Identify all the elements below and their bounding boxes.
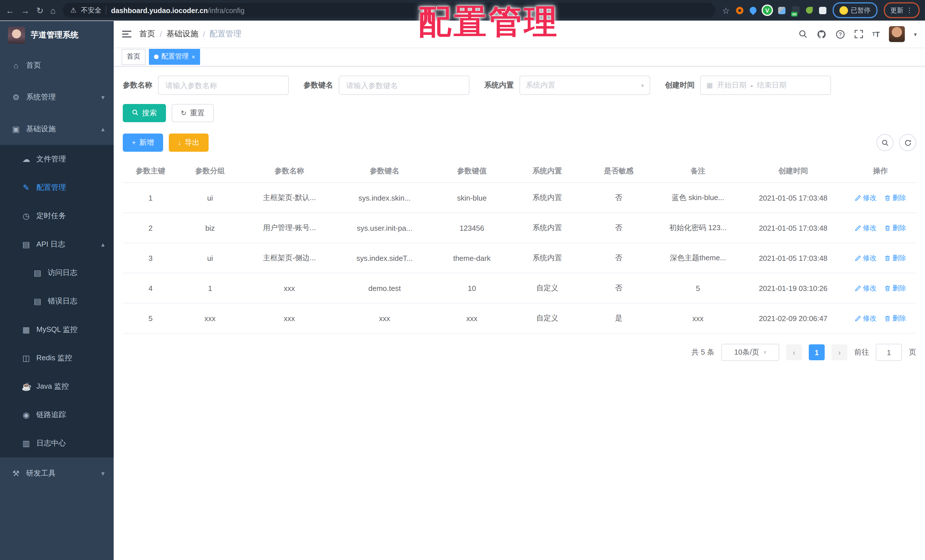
page-unit-label: 页: [909, 347, 916, 357]
delete-link-label: 删除: [892, 193, 906, 203]
bookmark-star-icon[interactable]: ☆: [722, 6, 730, 15]
extension-grid-icon[interactable]: [778, 6, 785, 14]
modify-link[interactable]: 修改: [855, 313, 877, 323]
laughing-emoji-icon: [839, 6, 848, 15]
sidebar-item-label: 日志中心: [36, 438, 66, 449]
extensions-puzzle-icon[interactable]: [819, 6, 826, 14]
sidebar-item-system[interactable]: ⚙系统管理▼: [0, 81, 114, 113]
svg-text:?: ?: [839, 31, 842, 37]
extension-leaf-icon[interactable]: [806, 7, 813, 14]
sidebar-item-logcenter[interactable]: ▥日志中心: [0, 429, 114, 458]
paused-extension-button[interactable]: 已暂停: [833, 2, 877, 18]
chevron-down-icon[interactable]: ▾: [914, 31, 917, 37]
filter-date: 创建时间 ▦ 开始日期 - 结束日期: [665, 75, 831, 95]
param-name-input[interactable]: [158, 75, 289, 95]
sidebar-item-file[interactable]: ☁文件管理: [0, 145, 114, 173]
fullscreen-icon[interactable]: [854, 30, 863, 39]
breadcrumb-current: 配置管理: [210, 29, 241, 39]
sidebar-item-redis[interactable]: ◫Redis 监控: [0, 344, 114, 372]
page-size-select[interactable]: 10条/页 ▾: [721, 344, 779, 361]
plus-icon: +: [132, 139, 136, 146]
sidebar-item-accesslog[interactable]: ▤访问日志: [0, 259, 114, 287]
cell-sensitive: 否: [583, 213, 654, 243]
gear-icon: ⚙: [11, 93, 21, 102]
filter-name-label: 参数名称: [123, 80, 152, 90]
download-icon: ↓: [178, 139, 181, 146]
sidebar-item-errorlog[interactable]: ▤错误日志: [0, 287, 114, 315]
tab-config[interactable]: 配置管理 ×: [149, 48, 200, 65]
sidebar-item-java[interactable]: ☕Java 监控: [0, 372, 114, 400]
hamburger-icon[interactable]: [122, 31, 131, 38]
github-icon[interactable]: [817, 29, 826, 39]
delete-link[interactable]: 删除: [884, 253, 906, 263]
add-button[interactable]: + 新增: [123, 134, 163, 152]
pagination: 共 5 条 10条/页 ▾ ‹ 1 › 前往 页: [123, 344, 916, 361]
prev-page-button[interactable]: ‹: [786, 344, 802, 360]
close-icon[interactable]: ×: [191, 53, 195, 60]
sidebar-item-job[interactable]: ◷定时任务: [0, 202, 114, 230]
sidebar-item-apilog[interactable]: ▤API 日志▲: [0, 230, 114, 259]
delete-link[interactable]: 删除: [884, 283, 906, 293]
delete-link[interactable]: 删除: [884, 193, 906, 203]
sidebar-item-home[interactable]: ⌂首页: [0, 50, 114, 81]
page-1-button[interactable]: 1: [809, 344, 825, 360]
sidebar-item-tools[interactable]: ⚒研发工具▼: [0, 458, 114, 489]
sidebar-item-config[interactable]: ✎配置管理: [0, 173, 114, 202]
tags-view: 首页 配置管理 ×: [114, 47, 925, 66]
address-bar[interactable]: ⚠ 不安全 dashboard.yudao.iocoder.cn/infra/c…: [62, 3, 715, 18]
url-path: /infra/config: [208, 7, 244, 15]
modify-link[interactable]: 修改: [855, 283, 877, 293]
sidebar-item-infra[interactable]: ▣基础设施▲: [0, 113, 114, 145]
sidebar-item-label: 研发工具: [26, 468, 56, 479]
breadcrumb-infra[interactable]: 基础设施: [167, 29, 198, 39]
delete-link-label: 删除: [892, 253, 906, 263]
next-page-button[interactable]: ›: [832, 344, 847, 360]
insecure-label: 不安全: [81, 5, 101, 15]
sidebar-item-mysql[interactable]: ▦MySQL 监控: [0, 315, 114, 344]
refresh-table-button[interactable]: [899, 134, 916, 151]
cell-id: 4: [123, 273, 178, 303]
home-icon[interactable]: ⌂: [50, 6, 56, 15]
modify-link[interactable]: 修改: [855, 253, 877, 263]
modify-link[interactable]: 修改: [855, 193, 877, 203]
export-button[interactable]: ↓ 导出: [169, 134, 209, 152]
table-row: 5xxxxxxxxxxxx自定义是xxx2021-02-09 20:06:47修…: [123, 303, 916, 333]
param-key-input[interactable]: [339, 75, 470, 95]
tab-home[interactable]: 首页: [122, 48, 146, 65]
app-logo[interactable]: 芋道管理系统: [0, 21, 114, 50]
eye-icon: ◉: [22, 410, 31, 419]
update-button[interactable]: 更新 ⋮: [883, 2, 920, 18]
reload-icon[interactable]: ↻: [36, 6, 44, 15]
font-size-icon[interactable]: TT: [872, 30, 880, 38]
date-range-picker[interactable]: ▦ 开始日期 - 结束日期: [700, 75, 831, 95]
sidebar-item-trace[interactable]: ◉链路追踪: [0, 400, 114, 429]
breadcrumb-home[interactable]: 首页: [139, 29, 155, 39]
search-button-label: 搜索: [142, 108, 157, 118]
help-icon[interactable]: ?: [835, 29, 845, 39]
search-icon[interactable]: [798, 30, 807, 39]
extension-v-icon[interactable]: V: [763, 6, 772, 15]
delete-link[interactable]: 删除: [884, 223, 906, 233]
cell-value: theme-dark: [432, 243, 512, 273]
refresh-icon: ↻: [181, 110, 187, 116]
url-host: dashboard.yudao.iocoder.cn: [111, 7, 208, 15]
cell-type: 系统内置: [512, 183, 583, 213]
modify-link[interactable]: 修改: [855, 223, 877, 233]
extension-on-icon[interactable]: on: [792, 6, 800, 14]
extension-pin-icon[interactable]: [748, 5, 758, 15]
extension-donut-icon[interactable]: [736, 6, 743, 14]
search-button[interactable]: 搜索: [123, 104, 166, 122]
back-icon[interactable]: ←: [6, 6, 14, 15]
page-size-value: 10条/页: [734, 347, 759, 357]
reset-button[interactable]: ↻ 重置: [172, 104, 214, 122]
tab-label: 首页: [127, 52, 140, 62]
type-select[interactable]: 系统内置 ▾: [520, 75, 650, 95]
cell-name: xxx: [242, 303, 337, 333]
search-toggle-button[interactable]: [877, 134, 893, 151]
chevron-down-icon: ▾: [764, 349, 767, 355]
cell-name: 主框架页-侧边...: [242, 243, 337, 273]
delete-link[interactable]: 删除: [884, 313, 906, 323]
user-avatar[interactable]: [889, 26, 905, 42]
goto-page-input[interactable]: [876, 344, 902, 361]
forward-icon[interactable]: →: [21, 6, 30, 15]
